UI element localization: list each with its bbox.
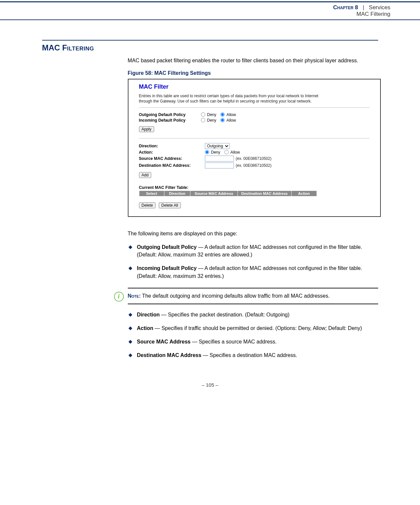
incoming-policy-label: Incoming Default Policy <box>139 118 198 123</box>
incoming-policy-row: Incoming Default Policy Deny Allow <box>139 118 370 123</box>
direction-row: Direction: Outgoing <box>139 143 370 149</box>
item-term: Destination MAC Address <box>137 352 202 358</box>
dst-mac-hint: (ex. 00E086710502) <box>236 163 272 168</box>
col-action: Action <box>291 191 317 196</box>
incoming-allow-label: Allow <box>227 118 236 123</box>
body-column: MAC based packet filtering enables the r… <box>128 57 378 359</box>
ss-divider-1 <box>139 107 370 108</box>
apply-button[interactable]: Apply <box>139 126 154 132</box>
col-dst: Destination MAC Address <box>238 191 291 196</box>
screenshot-figure: MAC Filter Entries in this table are use… <box>128 79 381 217</box>
page-number: – 105 – <box>42 382 378 388</box>
item-desc: — Specifies the packet destination. (Def… <box>160 312 290 317</box>
incoming-deny-label: Deny <box>207 118 216 123</box>
ss-divider-2 <box>139 138 370 138</box>
action-row: Action: Deny Allow <box>139 150 370 155</box>
items-intro: The following items are displayed on thi… <box>128 230 378 237</box>
list-item: Incoming Default Policy — A default acti… <box>137 264 378 280</box>
dst-mac-row: Destination MAC Address: (ex. 00E0867105… <box>139 163 370 168</box>
item-term: Source MAC Address <box>137 339 191 344</box>
header-separator: | <box>360 4 367 11</box>
add-button[interactable]: Add <box>139 172 151 178</box>
item-term: Incoming Default Policy <box>137 265 197 271</box>
col-src: Source MAC Address <box>190 191 238 196</box>
intro-paragraph: MAC based packet filtering enables the r… <box>128 57 378 64</box>
outgoing-policy-row: Outgoing Default Policy Deny Allow <box>139 112 370 117</box>
section-title-rest: iltering <box>67 43 94 52</box>
action-allow-radio[interactable] <box>224 150 229 154</box>
item-term: Outgoing Default Policy <box>137 244 197 250</box>
dst-mac-label: Destination MAC Address: <box>139 163 205 168</box>
outgoing-policy-label: Outgoing Default Policy <box>139 112 198 117</box>
src-mac-row: Source MAC Address: (ex. 00E086710502) <box>139 156 370 162</box>
note-block: i Note: The default outgoing and incomin… <box>128 288 378 304</box>
filter-table: Select Direction Source MAC Address Dest… <box>139 191 317 196</box>
action-label: Action: <box>139 150 205 155</box>
figure-caption: Figure 58: MAC Filtering Settings <box>128 70 378 76</box>
list-item: Direction — Specifies the packet destina… <box>137 311 378 318</box>
delete-all-button[interactable]: Delete All <box>159 202 181 208</box>
section-title: MAC Filtering <box>42 43 378 52</box>
outgoing-deny-label: Deny <box>207 112 216 117</box>
src-mac-input[interactable] <box>205 156 234 162</box>
list-item: Action — Specifies if traffic should be … <box>137 324 378 332</box>
incoming-deny-radio[interactable] <box>201 118 205 122</box>
info-icon: i <box>114 292 124 302</box>
header-bottom-rule <box>0 19 420 20</box>
action-deny-radio[interactable] <box>205 150 209 154</box>
delete-button[interactable]: Delete <box>139 202 156 208</box>
outgoing-allow-label: Allow <box>227 112 236 117</box>
list-item: Destination MAC Address — Specifies a de… <box>137 351 378 359</box>
incoming-allow-radio[interactable] <box>220 118 225 122</box>
dst-mac-input[interactable] <box>205 163 234 168</box>
chapter-label: Chapter 8 <box>333 4 358 11</box>
item-term: Direction <box>137 312 160 317</box>
ss-description: Entries in this table are used to restri… <box>139 94 323 104</box>
direction-label: Direction: <box>139 144 205 148</box>
header-services: Services <box>369 4 390 11</box>
section-top-rule <box>42 40 378 41</box>
direction-select[interactable]: Outgoing <box>205 143 230 149</box>
item-desc: — Specifies if traffic should be permitt… <box>153 325 362 331</box>
item-desc: — Specifies a destination MAC address. <box>201 352 297 358</box>
list-item: Source MAC Address — Specifies a source … <box>137 338 378 345</box>
col-direction: Direction <box>164 191 190 196</box>
src-mac-hint: (ex. 00E086710502) <box>236 156 272 161</box>
outgoing-deny-radio[interactable] <box>201 112 205 117</box>
list-item: Outgoing Default Policy — A default acti… <box>137 243 378 258</box>
item-desc: — Specifies a source MAC address. <box>191 339 277 344</box>
page-content: MAC Filtering MAC based packet filtering… <box>42 40 378 388</box>
page-header: Chapter 8 | Services MAC Filtering <box>0 2 420 19</box>
src-mac-label: Source MAC Address: <box>139 156 205 161</box>
header-subtitle: MAC Filtering <box>0 11 390 17</box>
filter-table-title: Current MAC Filter Table: <box>139 185 370 190</box>
section-title-prefix: MAC F <box>42 43 67 52</box>
action-deny-label: Deny <box>211 150 220 155</box>
outgoing-allow-radio[interactable] <box>220 112 225 117</box>
ss-heading: MAC Filter <box>139 83 370 90</box>
items-list-1: Outgoing Default Policy — A default acti… <box>128 243 378 280</box>
note-text: The default outgoing and incoming defaul… <box>141 293 330 299</box>
action-allow-label: Allow <box>231 150 240 155</box>
item-term: Action <box>137 325 154 331</box>
items-list-2: Direction — Specifies the packet destina… <box>128 311 378 359</box>
col-select: Select <box>139 191 164 196</box>
note-label: Note: <box>128 293 141 299</box>
